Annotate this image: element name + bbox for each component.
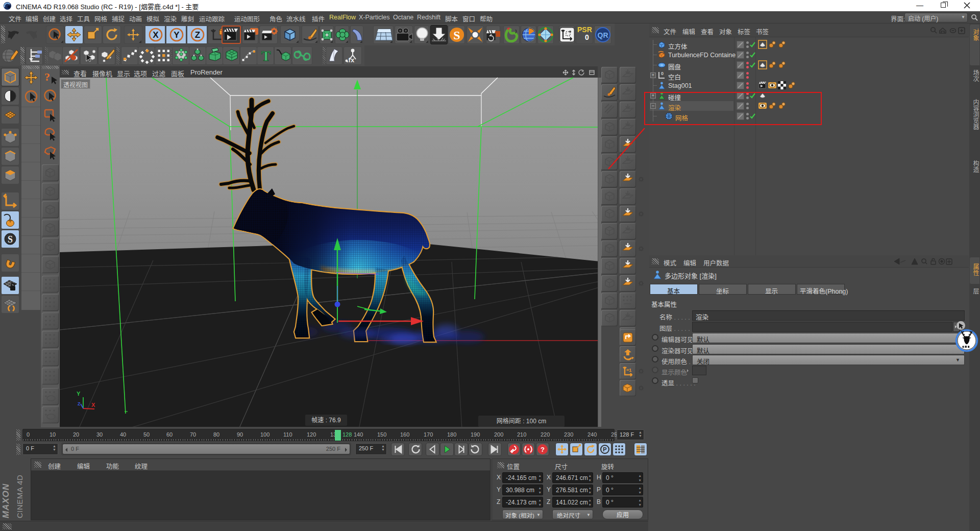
svg-text:Z: Z (78, 401, 81, 406)
svg-text:?: ? (541, 446, 545, 453)
svg-text:.fx: .fx (347, 56, 355, 64)
svg-text:S: S (453, 29, 460, 42)
svg-text:Y: Y (77, 391, 81, 397)
svg-text:=1: =1 (626, 368, 631, 373)
svg-text:?: ? (44, 70, 50, 83)
svg-text:QR: QR (598, 31, 608, 39)
svg-text:T: T (261, 48, 271, 64)
svg-text:P: P (603, 446, 606, 452)
svg-text:0: 0 (661, 71, 664, 76)
svg-text:X: X (91, 402, 95, 408)
svg-text:S: S (8, 234, 13, 245)
